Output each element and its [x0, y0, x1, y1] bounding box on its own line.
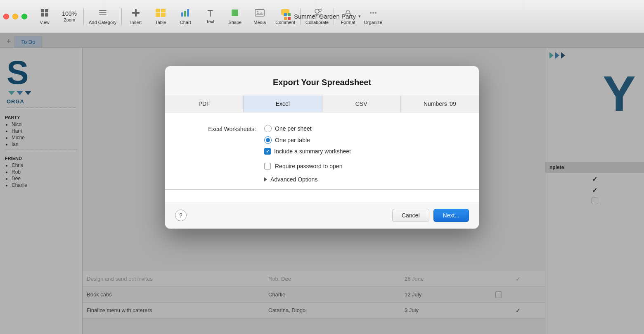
- advanced-expand-icon: [264, 177, 267, 181]
- shape-icon: [230, 8, 239, 19]
- worksheets-option-row: Excel Worksheets: One per sheet One per …: [182, 125, 462, 155]
- toolbar-item-zoom[interactable]: 100% Zoom: [57, 9, 82, 24]
- modal-footer: ? Cancel Next...: [165, 202, 479, 229]
- one-per-table-radio[interactable]: [264, 136, 272, 144]
- worksheets-label: Excel Worksheets:: [182, 125, 256, 132]
- svg-rect-14: [184, 11, 186, 17]
- organize-label: Organize: [364, 20, 382, 25]
- one-per-sheet-row[interactable]: One per sheet: [264, 125, 351, 132]
- tab-excel[interactable]: Excel: [244, 95, 322, 112]
- svg-rect-6: [99, 14, 107, 15]
- modal-divider: [165, 189, 479, 190]
- svg-rect-27: [284, 13, 287, 16]
- password-checkbox[interactable]: [264, 163, 271, 169]
- svg-point-24: [370, 12, 372, 14]
- svg-rect-0: [41, 9, 44, 12]
- password-row: Require password to open: [182, 163, 462, 169]
- password-label: Require password to open: [275, 163, 342, 169]
- one-per-table-row[interactable]: One per table: [264, 136, 351, 144]
- chart-icon: [180, 8, 190, 19]
- next-button[interactable]: Next...: [433, 209, 469, 222]
- one-per-sheet-radio[interactable]: [264, 125, 272, 132]
- text-icon: T: [208, 9, 213, 18]
- svg-rect-3: [45, 13, 48, 17]
- one-per-sheet-label: One per sheet: [275, 125, 312, 132]
- title-chevron[interactable]: ▾: [358, 14, 361, 19]
- modal-header: Export Your Spreadsheet: [165, 66, 479, 87]
- toolbar-item-insert[interactable]: Insert: [123, 7, 148, 26]
- table-label: Table: [155, 20, 166, 25]
- toolbar-item-media[interactable]: Media: [247, 7, 272, 26]
- toolbar-item-text[interactable]: T Text: [198, 7, 223, 26]
- svg-rect-4: [99, 10, 107, 11]
- export-tabs: PDF Excel CSV Numbers '09: [165, 95, 479, 112]
- cancel-button[interactable]: Cancel: [392, 209, 429, 222]
- toolbar-item-view[interactable]: View: [32, 7, 57, 26]
- svg-rect-12: [161, 13, 166, 17]
- advanced-options-label: Advanced Options: [270, 176, 317, 183]
- svg-rect-1: [45, 9, 48, 12]
- separator-2: [121, 8, 122, 25]
- app-title: Summer Garden Party: [294, 13, 356, 20]
- tab-csv[interactable]: CSV: [322, 95, 401, 112]
- app-title-container: Summer Garden Party ▾: [283, 12, 361, 21]
- toolbar-item-add-category[interactable]: Add Category: [85, 7, 120, 26]
- toolbar-item-organize[interactable]: Organize: [360, 7, 386, 26]
- footer-buttons: Cancel Next...: [392, 209, 469, 222]
- svg-rect-17: [255, 10, 264, 16]
- zoom-value: 100%: [62, 11, 77, 17]
- zoom-label: Zoom: [64, 17, 75, 22]
- svg-rect-11: [156, 13, 160, 17]
- add-category-label: Add Category: [89, 20, 116, 25]
- include-summary-label: Include a summary worksheet: [274, 148, 351, 155]
- toolbar: View 100% Zoom Add Category Insert Table: [0, 0, 644, 33]
- svg-rect-15: [187, 9, 189, 17]
- include-summary-checkbox[interactable]: ✓: [264, 148, 271, 155]
- table-icon: [155, 8, 166, 19]
- advanced-options-row[interactable]: Advanced Options: [264, 176, 462, 183]
- svg-rect-30: [288, 17, 291, 20]
- view-label: View: [40, 20, 50, 25]
- toolbar-item-shape[interactable]: Shape: [223, 7, 247, 26]
- maximize-button[interactable]: [21, 14, 27, 19]
- insert-icon: [131, 8, 140, 19]
- svg-rect-8: [132, 12, 140, 14]
- tab-pdf[interactable]: PDF: [165, 95, 244, 112]
- separator-1: [83, 8, 84, 25]
- chart-label: Chart: [180, 20, 191, 25]
- modal-overlay: Export Your Spreadsheet PDF Excel CSV Nu…: [0, 33, 644, 334]
- include-summary-row[interactable]: ✓ Include a summary worksheet: [264, 148, 351, 155]
- tab-numbers09[interactable]: Numbers '09: [401, 95, 479, 112]
- svg-rect-10: [161, 9, 166, 12]
- minimize-button[interactable]: [12, 14, 18, 19]
- svg-rect-16: [232, 10, 238, 16]
- svg-rect-13: [181, 12, 183, 17]
- modal-body: Excel Worksheets: One per sheet One per …: [165, 112, 479, 202]
- view-icon: [40, 8, 49, 19]
- toolbar-item-chart[interactable]: Chart: [173, 7, 198, 26]
- one-per-table-label: One per table: [275, 137, 310, 143]
- worksheets-controls: One per sheet One per table ✓ Include a …: [264, 125, 351, 155]
- insert-label: Insert: [130, 20, 142, 25]
- toolbar-item-table[interactable]: Table: [148, 7, 173, 26]
- window-controls: [3, 14, 27, 19]
- svg-rect-28: [288, 13, 291, 16]
- svg-line-22: [321, 9, 322, 10]
- svg-point-25: [372, 12, 374, 14]
- svg-rect-5: [99, 12, 107, 13]
- svg-rect-2: [41, 13, 44, 17]
- shape-label: Shape: [228, 20, 242, 25]
- svg-point-26: [375, 12, 376, 14]
- add-category-icon: [98, 8, 107, 19]
- main-area: + To Do S ORGA PARTY Nicol Harri M: [0, 33, 644, 334]
- svg-rect-9: [156, 9, 160, 12]
- media-label: Media: [253, 20, 266, 25]
- export-modal: Export Your Spreadsheet PDF Excel CSV Nu…: [165, 66, 479, 229]
- help-button[interactable]: ?: [175, 210, 187, 221]
- svg-rect-29: [284, 17, 287, 20]
- text-label: Text: [206, 19, 214, 24]
- close-button[interactable]: [3, 14, 9, 19]
- organize-icon: [369, 8, 378, 19]
- media-icon: [255, 8, 265, 19]
- checkmark-icon: ✓: [266, 149, 270, 154]
